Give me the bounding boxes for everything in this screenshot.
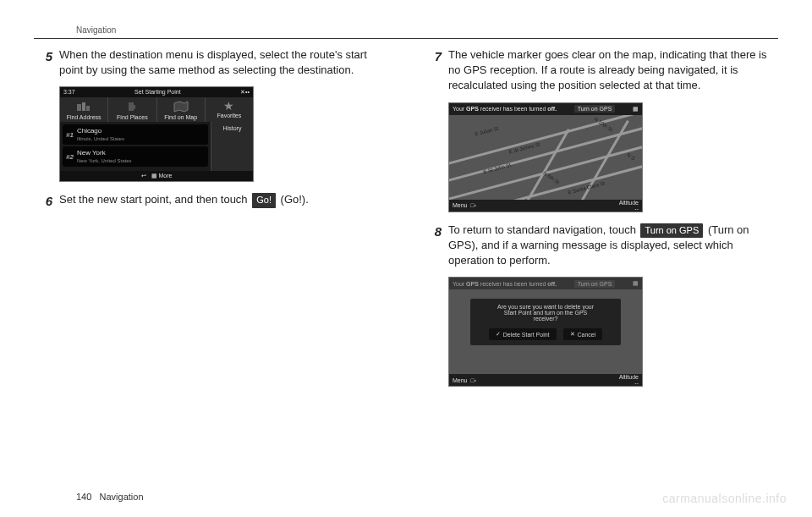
step-8: 8 To return to standard navigation, touc… bbox=[423, 223, 778, 269]
shot1-time: 3:37 bbox=[63, 89, 75, 96]
altitude-value-2: -- bbox=[634, 380, 639, 386]
svg-rect-1 bbox=[82, 102, 85, 111]
street-stjohn: E St John St bbox=[483, 162, 512, 173]
tab-find-places-label: Find Places bbox=[117, 114, 148, 120]
altitude-label: Altitude bbox=[619, 200, 639, 206]
step-7-num: 7 bbox=[423, 47, 442, 94]
dialog-line-3: receiver? bbox=[475, 316, 616, 322]
tab-find-on-map-label: Find on Map bbox=[164, 114, 197, 120]
history-button[interactable]: History bbox=[211, 122, 253, 171]
rank-2: #2 bbox=[66, 153, 74, 161]
grid-icon-dim: ▦ bbox=[633, 280, 639, 287]
step-5-text: When the destination menu is displayed, … bbox=[59, 47, 389, 78]
buildings-icon bbox=[75, 101, 92, 113]
footer-section: Navigation bbox=[100, 492, 144, 502]
cancel-button[interactable]: ✕Cancel bbox=[563, 328, 603, 340]
x-icon: ✕ bbox=[570, 331, 575, 338]
tab-find-address[interactable]: Find Address bbox=[60, 97, 108, 122]
item2-name: New York bbox=[77, 149, 106, 157]
svg-rect-4 bbox=[134, 105, 135, 109]
more-button[interactable]: ▦ More bbox=[151, 173, 173, 179]
street-julian: E Julian St bbox=[475, 125, 499, 136]
screenshot-confirm-dialog: Your GPS receiver has been turned off. T… bbox=[448, 277, 643, 387]
back-button[interactable]: ↩ bbox=[141, 173, 146, 179]
fuel-icon bbox=[123, 101, 140, 113]
gps-off-banner: Your GPS receiver has been turned off. bbox=[453, 106, 557, 112]
step-6-num: 6 bbox=[34, 192, 52, 210]
map-icon bbox=[173, 101, 189, 113]
step-8-text: To return to standard navigation, touch … bbox=[448, 223, 778, 269]
step-7-text: The vehicle marker goes clear on the map… bbox=[448, 47, 778, 94]
street-ns: N S bbox=[626, 151, 636, 161]
header-rule bbox=[34, 38, 778, 39]
item1-name: Chicago bbox=[77, 127, 102, 135]
screenshot-map-gps-off: Your GPS receiver has been turned off. T… bbox=[448, 102, 643, 212]
svg-rect-2 bbox=[86, 106, 90, 111]
screenshot-set-starting-point: 3:37 Set Starting Point ✕•• Find Address… bbox=[59, 86, 254, 182]
step-8-num: 8 bbox=[423, 223, 442, 269]
svg-marker-5 bbox=[174, 102, 188, 112]
step-6-text: Set the new start point, and then touch … bbox=[59, 192, 389, 210]
layers-icon-2[interactable]: □▫ bbox=[470, 377, 476, 383]
gps-off-banner-dim: Your GPS receiver has been turned off. bbox=[453, 281, 557, 287]
confirm-dialog: Are you sure you want to delete your Sta… bbox=[469, 298, 622, 346]
content-columns: 5 When the destination menu is displayed… bbox=[34, 47, 778, 397]
altitude-value: -- bbox=[634, 206, 639, 212]
turn-on-gps-label: Turn on GPS bbox=[640, 223, 703, 238]
rank-1: #1 bbox=[66, 131, 74, 139]
right-column: 7 The vehicle marker goes clear on the m… bbox=[423, 47, 778, 397]
tab-favorites-label: Favorites bbox=[217, 113, 241, 118]
tab-find-places[interactable]: Find Places bbox=[108, 97, 156, 122]
signal-icon: ✕•• bbox=[240, 89, 250, 96]
step-5: 5 When the destination menu is displayed… bbox=[34, 47, 389, 78]
turn-on-gps-button-dim: Turn on GPS bbox=[574, 280, 616, 288]
history-item-2[interactable]: #2 New York New York, United States bbox=[63, 146, 208, 167]
header-section: Navigation bbox=[76, 25, 778, 35]
turn-on-gps-button[interactable]: Turn on GPS bbox=[574, 105, 616, 113]
menu-button-2[interactable]: Menu bbox=[453, 377, 468, 383]
left-column: 5 When the destination menu is displayed… bbox=[34, 47, 389, 397]
check-icon: ✓ bbox=[496, 331, 501, 338]
item2-sub: New York, United States bbox=[77, 158, 132, 163]
go-button-label: Go! bbox=[252, 193, 276, 207]
menu-button[interactable]: Menu bbox=[453, 202, 468, 208]
tab-find-address-label: Find Address bbox=[67, 114, 102, 120]
item1-sub: Illinois, United States bbox=[77, 136, 124, 141]
page-footer: 140 Navigation bbox=[76, 492, 144, 502]
dialog-line-1: Are you sure you want to delete your bbox=[475, 304, 616, 310]
svg-rect-3 bbox=[129, 102, 134, 111]
star-icon: ★ bbox=[223, 99, 234, 113]
watermark: carmanualsonline.info bbox=[662, 492, 787, 505]
svg-rect-0 bbox=[77, 104, 81, 111]
dialog-line-2: Start Point and turn on the GPS bbox=[475, 310, 616, 316]
page-number: 140 bbox=[76, 492, 91, 502]
history-item-1[interactable]: #1 Chicago Illinois, United States bbox=[63, 124, 208, 145]
step-6: 6 Set the new start point, and then touc… bbox=[34, 192, 389, 210]
tab-find-on-map[interactable]: Find on Map bbox=[157, 97, 206, 122]
altitude-label-2: Altitude bbox=[619, 374, 639, 380]
delete-start-point-button[interactable]: ✓Delete Start Point bbox=[489, 328, 557, 340]
step-7: 7 The vehicle marker goes clear on the m… bbox=[423, 47, 778, 94]
step-5-num: 5 bbox=[34, 47, 52, 78]
shot1-title: Set Starting Point bbox=[75, 89, 240, 96]
tab-favorites[interactable]: ★ Favorites bbox=[206, 97, 253, 122]
grid-icon[interactable]: ▦ bbox=[633, 106, 639, 113]
layers-icon[interactable]: □▫ bbox=[470, 202, 476, 208]
